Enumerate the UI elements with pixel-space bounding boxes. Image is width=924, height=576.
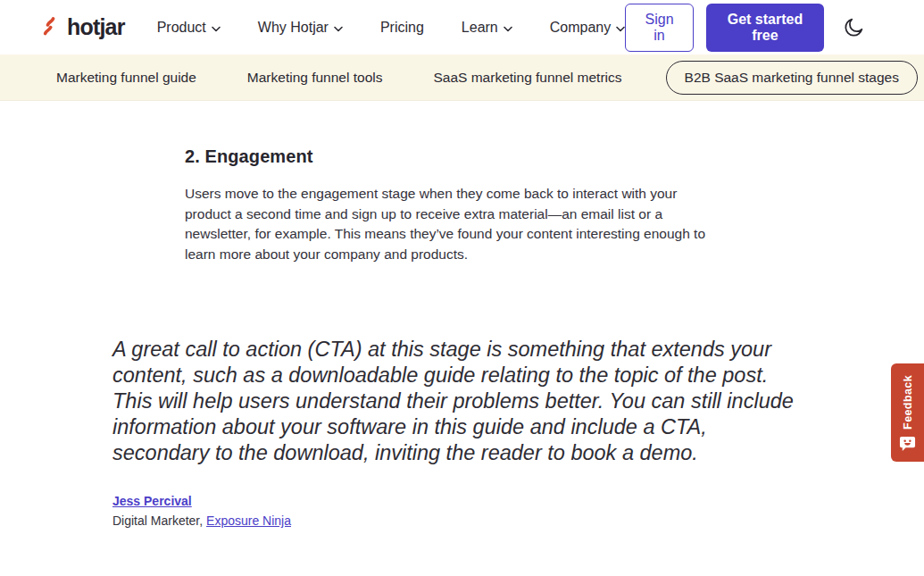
article-content: 2. Engagement Users move to the engageme…: [0, 101, 924, 528]
chevron-down-icon: [504, 26, 512, 32]
author-name-link[interactable]: Jess Percival: [112, 494, 192, 508]
section-paragraph: Users move to the engagement stage when …: [185, 184, 722, 264]
sign-in-button[interactable]: Sign in: [625, 4, 694, 52]
nav-item-product[interactable]: Product: [157, 20, 221, 36]
expert-quote: A great call to action (CTA) at this sta…: [112, 337, 796, 466]
article-section-nav: Marketing funnel guide Marketing funnel …: [0, 54, 924, 101]
main-nav: Product Why Hotjar Pricing Learn Company: [157, 20, 626, 36]
get-started-free-button[interactable]: Get started free: [706, 4, 824, 52]
subnav-item-b2b-saas-marketing-funnel-stages[interactable]: B2B SaaS marketing funnel stages: [666, 61, 918, 95]
nav-item-company[interactable]: Company: [550, 20, 625, 36]
chevron-down-icon: [212, 26, 221, 32]
logo-wordmark: hotjar: [67, 14, 125, 40]
author-role: Digital Marketer, Exposure Ninja: [112, 513, 924, 528]
top-navbar: hotjar Product Why Hotjar Pricing Learn …: [0, 0, 924, 54]
hotjar-logo[interactable]: hotjar: [37, 14, 125, 40]
subnav-item-marketing-funnel-guide[interactable]: Marketing funnel guide: [56, 70, 196, 86]
section-heading: 2. Engagement: [185, 146, 924, 167]
nav-item-why-hotjar[interactable]: Why Hotjar: [258, 20, 343, 36]
dark-mode-moon-icon[interactable]: [843, 16, 865, 38]
feedback-smiley-bubble-icon: [899, 435, 916, 452]
engagement-section: 2. Engagement Users move to the engageme…: [185, 101, 924, 264]
chevron-down-icon: [616, 26, 625, 32]
feedback-label: Feedback: [902, 375, 914, 430]
subnav-item-saas-marketing-funnel-metrics[interactable]: SaaS marketing funnel metrics: [433, 70, 621, 86]
nav-item-learn[interactable]: Learn: [462, 20, 512, 36]
quote-attribution: Jess Percival Digital Marketer, Exposure…: [112, 493, 924, 528]
hotjar-flame-icon: [37, 16, 61, 39]
chevron-down-icon: [334, 26, 343, 32]
subnav-item-marketing-funnel-tools[interactable]: Marketing funnel tools: [247, 70, 383, 86]
nav-item-pricing[interactable]: Pricing: [380, 20, 424, 36]
feedback-tab[interactable]: Feedback: [891, 363, 924, 462]
company-link[interactable]: Exposure Ninja: [206, 513, 291, 528]
header-actions: Sign in Get started free: [625, 4, 865, 52]
